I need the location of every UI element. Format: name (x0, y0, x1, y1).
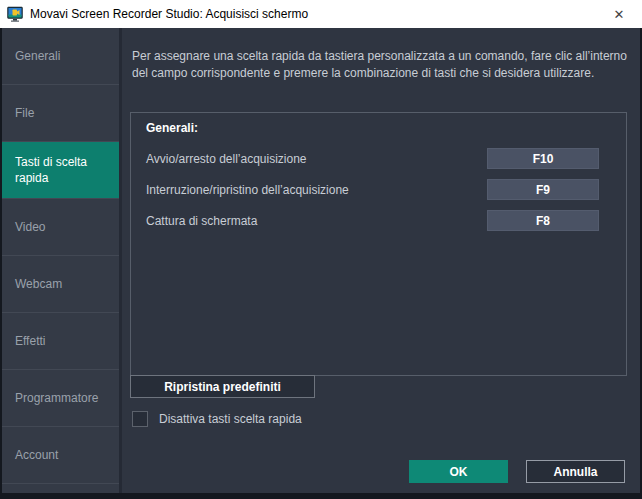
checkbox-label: Disattiva tasti scelta rapida (159, 412, 302, 426)
ok-button[interactable]: OK (409, 460, 508, 483)
hotkey-row: Cattura di schermata F8 (146, 210, 599, 231)
hotkey-row: Interruzione/ripristino dell’acquisizion… (146, 179, 599, 200)
sidebar-item-programmatore[interactable]: Programmatore (2, 370, 119, 427)
close-button[interactable]: ✕ (602, 0, 636, 28)
sidebar-item-label: Video (15, 219, 45, 235)
sidebar-item-video[interactable]: Video (2, 199, 119, 256)
sidebar: Generali File Tasti di scelta rapida Vid… (2, 28, 122, 493)
hotkey-key-field-screenshot[interactable]: F8 (487, 210, 599, 231)
sidebar-item-tasti-di-scelta-rapida[interactable]: Tasti di scelta rapida (2, 142, 119, 199)
sidebar-item-webcam[interactable]: Webcam (2, 256, 119, 313)
group-title: Generali: (146, 121, 198, 135)
titlebar: Movavi Screen Recorder Studio: Acquisisc… (0, 0, 642, 28)
window-content: Generali File Tasti di scelta rapida Vid… (2, 28, 640, 493)
disable-hotkeys-checkbox-row: Disattiva tasti scelta rapida (132, 411, 302, 427)
app-icon (7, 6, 23, 22)
hotkeys-group: Generali: Avvio/arresto dell’acquisizion… (130, 112, 627, 376)
sidebar-item-label: Programmatore (15, 390, 98, 406)
sidebar-item-label: Tasti di scelta rapida (15, 154, 119, 186)
sidebar-item-label: Account (15, 447, 58, 463)
window-title: Movavi Screen Recorder Studio: Acquisisc… (30, 7, 308, 21)
sidebar-item-label: Generali (15, 48, 60, 64)
sidebar-item-label: Webcam (15, 276, 62, 292)
hotkey-row: Avvio/arresto dell’acquisizione F10 (146, 148, 599, 169)
main-pane: Per assegnare una scelta rapida da tasti… (122, 28, 640, 493)
reset-defaults-button[interactable]: Ripristina predefiniti (130, 375, 315, 398)
hotkey-label: Avvio/arresto dell’acquisizione (146, 152, 307, 166)
cancel-button[interactable]: Annulla (526, 460, 625, 483)
hotkey-label: Interruzione/ripristino dell’acquisizion… (146, 183, 349, 197)
sidebar-item-generali[interactable]: Generali (2, 28, 119, 85)
sidebar-item-file[interactable]: File (2, 85, 119, 142)
instruction-text: Per assegnare una scelta rapida da tasti… (132, 48, 630, 82)
hotkey-key-field-pause-resume[interactable]: F9 (487, 179, 599, 200)
hotkey-key-field-start-stop[interactable]: F10 (487, 148, 599, 169)
sidebar-item-account[interactable]: Account (2, 427, 119, 484)
close-icon: ✕ (614, 7, 625, 22)
disable-hotkeys-checkbox[interactable] (132, 411, 148, 427)
sidebar-item-label: File (15, 105, 34, 121)
hotkey-label: Cattura di schermata (146, 214, 257, 228)
settings-window: Movavi Screen Recorder Studio: Acquisisc… (0, 0, 642, 499)
sidebar-item-label: Effetti (15, 333, 45, 349)
sidebar-item-effetti[interactable]: Effetti (2, 313, 119, 370)
